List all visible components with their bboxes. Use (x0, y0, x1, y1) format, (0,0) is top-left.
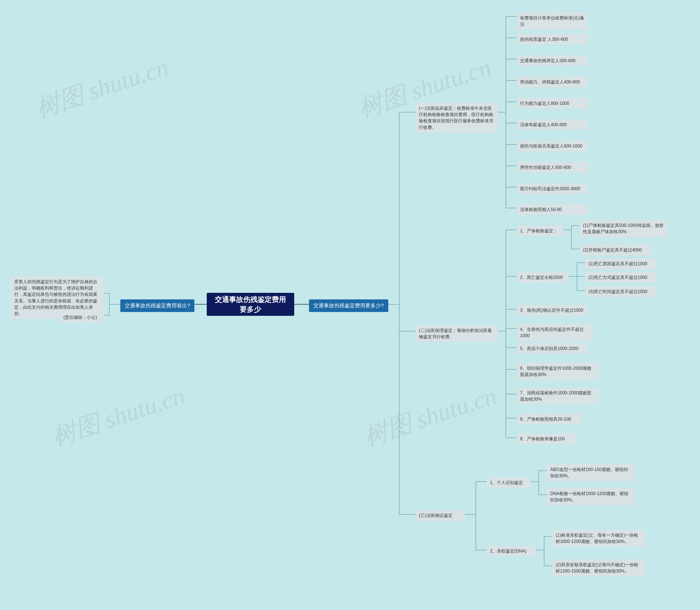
s2-n2-c2: (2)死亡方式鉴定具不超过1000 (585, 272, 656, 283)
left-answer-editor: (责任编辑：小云) (60, 312, 100, 323)
right-question[interactable]: 交通事故伤残鉴定费用要多少? (309, 300, 388, 312)
s1-row-1: 损伤程度鉴定 人300-600 (517, 34, 588, 45)
left-question[interactable]: 交通事故伤残鉴定费用谁出? (120, 300, 195, 312)
section-2-title[interactable]: (二)法医病理鉴定：毒物分析按法医毒物鉴定另行收费。 (416, 325, 498, 342)
s2-n1-c2: (2)开棺验尸鉴定具不超过4000 (580, 245, 651, 255)
s2-n1-label[interactable]: 1、尸体检验鉴定： (517, 225, 563, 236)
s3-g1-label[interactable]: 1、个人识别鉴定 (487, 477, 531, 488)
s1-row-6: 损伤与疾病关系鉴定人600-1000 (517, 141, 588, 151)
section-3-title[interactable]: (三)法医物证鉴定 (416, 510, 465, 521)
s2-n5: 5、死后个体识别具1000-2000 (517, 343, 588, 354)
s3-g1-c1: ABO血型一份检材100-150腐败、硬组织加收30%。 (547, 464, 634, 481)
s3-g2-c2: (2)双亲皆疑亲权鉴定(父母均不确定)一份检材1200-1500腐败、硬组织加收… (552, 559, 645, 576)
s2-n2-c1: (1)死亡原因鉴定具不超过1000 (585, 258, 656, 269)
section-1-title[interactable]: (一)法医临床鉴定：收费标准中未含医疗机构检验检查项目费用，医疗机构检验检查项目… (416, 103, 498, 133)
s1-row-3: 劳动能力、评残鉴定人400-800 (517, 77, 588, 87)
s3-g2-c1: (1)标准亲权鉴定(父、母有一方确定)一份检材1000-1200腐败、硬组织加收… (552, 530, 645, 547)
s1-row-9: 活体检验照相人50-80 (517, 204, 588, 215)
s2-n1-c1: (1)尸体检验鉴定具500-1000传染病、放射性及腐败尸体加收30% (580, 220, 667, 237)
watermark: 树图 shutu.cn (31, 51, 173, 125)
s1-row-7: 男性性功能鉴定人500-800 (517, 162, 588, 173)
s1-row-4: 行为能力鉴定人800-1000 (517, 98, 588, 109)
s2-n7: 7、溺死硅藻检验件1000-2000腐败脏器加收30% (517, 387, 599, 404)
watermark: 树图 shutu.cn (48, 379, 189, 453)
s2-n8: 8、尸体检验照相具20-100 (517, 414, 582, 424)
s2-n4: 4、生前伤与死后伤鉴定件不超过1000 (517, 324, 593, 341)
s1-row-8: 医疗纠纷司法鉴定件2000-3000 (517, 183, 588, 194)
s1-row-5: 活体年龄鉴定人400-800 (517, 119, 588, 130)
s2-n9: 9、尸体检验录像盘100 (517, 433, 577, 444)
s3-g2-label[interactable]: 2、亲权鉴定(DNA) (487, 546, 536, 556)
root-node[interactable]: 交通事故伤残鉴定费用要多少 (207, 293, 294, 316)
s1-row-0: 收费项目计算单位收费标准(元)备注 (517, 13, 588, 30)
s2-n6: 6、组织病理学鉴定件1000-2000腐败脏器加收30% (517, 363, 599, 380)
s2-n2-c3: (3)死亡时间鉴定具不超过1000 (585, 286, 656, 297)
s2-n2-label[interactable]: 2、死亡鉴定全检2500 (517, 272, 569, 283)
watermark: 树图 shutu.cn (359, 379, 501, 453)
s2-n3: 3、致伤(死)物认定件不超过1000 (517, 305, 588, 316)
s1-row-2: 交通事故伤残评定人300-600 (517, 55, 588, 66)
s3-g1-c2: DNA检验一份检材1000-1200腐败、硬组织加收30%。 (547, 488, 634, 505)
